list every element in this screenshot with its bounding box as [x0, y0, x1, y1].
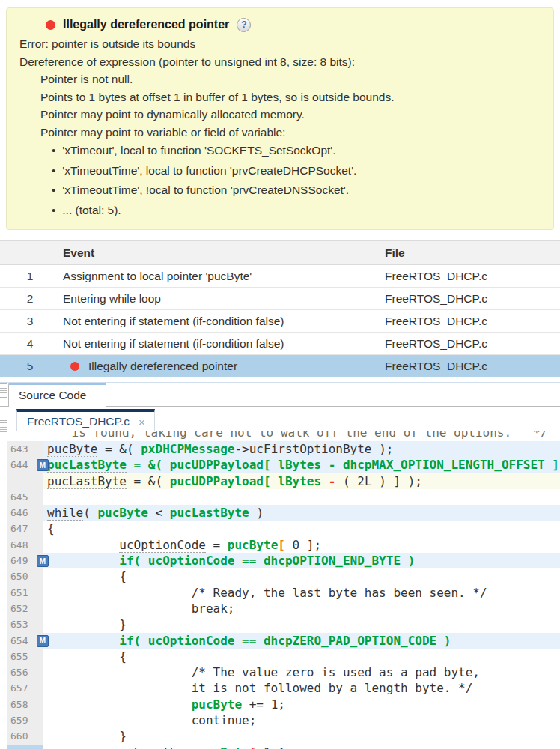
code-line[interactable]: 657 it is not followed by a length byte.…: [7, 680, 560, 696]
bullet-icon: •: [52, 181, 55, 201]
code-line[interactable]: 643pucByte = &( pxDHCPMessage->ucFirstOp…: [7, 441, 560, 457]
file-cell[interactable]: FreeRTOS_DHCP.c: [382, 310, 560, 333]
index-column-header: [0, 241, 60, 265]
code-line-text: pucByte += 1;: [43, 697, 560, 712]
detail-bullet-text: 'xTimeout', local to function 'SOCKETS_S…: [62, 141, 335, 161]
code-line-text: if( ucOptionCode == dhcpOPTION_END_BYTE …: [43, 553, 560, 568]
collapsed-panel-icon[interactable]: [0, 420, 7, 434]
code-line[interactable]: 646while( pucByte < pucLastByte ): [7, 505, 560, 521]
event-cell-content: Entering while loop: [63, 292, 382, 306]
file-cell[interactable]: FreeRTOS_DHCP.c: [382, 288, 560, 310]
line-number: 654: [10, 633, 28, 649]
event-cell-content: Not entering if statement (if-condition …: [63, 315, 382, 328]
table-row[interactable]: 3Not entering if statement (if-condition…: [0, 310, 560, 333]
code-line[interactable]: 661 ucLength = pucByte[ 1 ];: [7, 745, 560, 749]
detail-line: Dereference of expression (pointer to un…: [16, 53, 544, 71]
result-title-row: Illegally dereferenced pointer ?: [16, 14, 544, 35]
clipped-comment-text: is found, taking care not to walk off th…: [43, 431, 547, 441]
code-line-text: {: [43, 649, 560, 664]
line-number-gutter: 643: [7, 441, 43, 457]
detail-subline: Points to 1 bytes at offset 1 in buffer …: [16, 88, 544, 106]
table-row[interactable]: 4Not entering if statement (if-condition…: [0, 333, 560, 355]
event-index-cell: 5: [0, 355, 60, 377]
code-line[interactable]: 658 pucByte += 1;: [7, 697, 560, 712]
help-icon[interactable]: ?: [237, 18, 251, 32]
code-line[interactable]: 654M if( ucOptionCode == dhcpZERO_PAD_OP…: [7, 633, 560, 649]
code-line[interactable]: 659 continue;: [7, 712, 560, 728]
detail-bullet-item: •'xTimeout', local to function 'SOCKETS_…: [16, 141, 544, 161]
event-text: Not entering if statement (if-condition …: [63, 337, 284, 351]
file-cell[interactable]: FreeRTOS_DHCP.c: [382, 333, 560, 355]
file-column-header[interactable]: File: [382, 241, 560, 265]
code-line[interactable]: 653 }: [7, 616, 560, 632]
event-cell[interactable]: Not entering if statement (if-condition …: [60, 310, 382, 333]
code-line[interactable]: 645: [7, 489, 560, 505]
clipped-code-line: is found, taking care not to walk off th…: [7, 431, 560, 441]
tab-freertos-dhcp-c[interactable]: FreeRTOS_DHCP.c ×: [16, 409, 155, 431]
line-number-gutter: 648: [7, 537, 43, 553]
code-line[interactable]: 651 /* Ready, the last byte has been see…: [7, 585, 560, 601]
line-number: 657: [10, 680, 28, 696]
event-text: Assignment to local pointer 'pucByte': [63, 270, 252, 283]
table-row[interactable]: 2Entering while loopFreeRTOS_DHCP.c: [0, 288, 560, 310]
line-number: 660: [10, 728, 28, 744]
file-cell[interactable]: FreeRTOS_DHCP.c: [382, 265, 560, 288]
line-number: 644: [10, 457, 28, 473]
event-column-header[interactable]: Event: [60, 241, 382, 265]
code-line[interactable]: 648 ucOptionCode = pucByte[ 0 ];: [7, 537, 560, 553]
line-number: 652: [10, 601, 28, 616]
event-index-cell: 2: [0, 288, 60, 310]
code-line[interactable]: 644MpucLastByte = &( pucUDPPayload[ lByt…: [7, 457, 560, 473]
code-line[interactable]: 649M if( ucOptionCode == dhcpOPTION_END_…: [7, 553, 560, 568]
line-number: 647: [10, 521, 28, 536]
detail-subline: Pointer may point to dynamically allocat…: [16, 106, 544, 124]
line-number-gutter: 650: [7, 568, 43, 584]
line-number: 658: [10, 697, 28, 712]
code-line[interactable]: 647{: [7, 521, 560, 536]
event-cell[interactable]: Not entering if statement (if-condition …: [60, 333, 382, 355]
event-index-cell: 1: [0, 265, 60, 288]
event-cell-content: Not entering if statement (if-condition …: [63, 337, 382, 351]
modified-badge: M: [37, 555, 49, 567]
line-number: 651: [10, 585, 28, 601]
line-number: 653: [10, 616, 28, 632]
result-description: Error: pointer is outside its boundsDere…: [16, 35, 544, 220]
code-line[interactable]: 656 /* The value zero is used as a pad b…: [7, 664, 560, 680]
event-cell[interactable]: Entering while loop: [60, 288, 382, 310]
line-number: 648: [10, 537, 28, 553]
table-row[interactable]: 1Assignment to local pointer 'pucByte'Fr…: [0, 265, 560, 288]
code-line-text: it is not followed by a length byte. */: [43, 680, 560, 696]
event-text: Not entering if statement (if-condition …: [63, 315, 284, 328]
code-line[interactable]: 652 break;: [7, 601, 560, 616]
table-row[interactable]: 5Illegally dereferenced pointerFreeRTOS_…: [0, 355, 560, 377]
code-editor[interactable]: is found, taking care not to walk off th…: [7, 431, 560, 749]
code-line[interactable]: 655 {: [7, 649, 560, 664]
line-number: 650: [10, 568, 28, 584]
line-number: 645: [10, 489, 28, 505]
close-icon[interactable]: ×: [139, 416, 145, 428]
file-cell[interactable]: FreeRTOS_DHCP.c: [382, 355, 560, 377]
detail-bullet-item: •'xTimeoutTime', local to function 'prvC…: [16, 161, 544, 181]
code-line-text: while( pucByte < pucLastByte ): [43, 505, 560, 521]
code-line-text: ucOptionCode = pucByte[ 0 ];: [43, 537, 560, 553]
line-number: 643: [10, 441, 28, 457]
code-line-text: }: [43, 616, 560, 632]
code-line-text: pucLastByte = &( pucUDPPayload[ lBytes -…: [43, 457, 560, 473]
code-line[interactable]: pucLastByte = &( pucUDPPayload[ lBytes -…: [7, 473, 560, 489]
code-line-text: {: [43, 568, 560, 584]
detail-line: Error: pointer is outside its bounds: [16, 35, 544, 53]
code-line-text: {: [43, 521, 560, 536]
collapsed-panel-icon[interactable]: [0, 383, 7, 398]
line-number: 656: [10, 664, 28, 680]
line-number-gutter: [7, 473, 43, 489]
modified-badge: M: [37, 459, 49, 471]
event-cell[interactable]: Illegally dereferenced pointer: [60, 355, 382, 377]
event-table-header-row: Event File: [0, 241, 560, 265]
tab-source-code[interactable]: Source Code: [8, 383, 106, 407]
event-text: Illegally dereferenced pointer: [88, 360, 237, 373]
code-line-text: /* Ready, the last byte has been seen. *…: [43, 585, 560, 601]
event-cell[interactable]: Assignment to local pointer 'pucByte': [60, 265, 382, 288]
code-line[interactable]: 650 {: [7, 568, 560, 584]
line-number: 646: [10, 505, 28, 521]
code-line[interactable]: 660 }: [7, 728, 560, 744]
